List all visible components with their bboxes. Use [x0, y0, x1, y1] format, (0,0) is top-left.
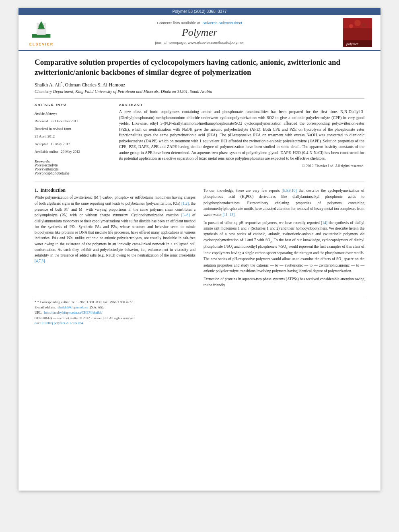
ref-11-13[interactable]: [11–13]: [222, 213, 234, 217]
email-name: (S.A. Ali).: [90, 305, 104, 309]
body-section: 1. Introduction While polymerization of …: [35, 188, 364, 290]
svg-text:polymer: polymer: [346, 42, 358, 46]
online-date: 29 May 2012: [60, 150, 80, 154]
ref-3-6[interactable]: [3–6]: [181, 213, 190, 217]
cover-svg: polymer: [343, 18, 372, 47]
footer-corresponding: * * Corresponding author. Tel.: +966 3 8…: [35, 300, 364, 305]
revised-date-row: 25 April 2012: [35, 132, 111, 139]
section1-title: Introduction: [40, 188, 65, 193]
ref-14[interactable]: [14]: [321, 221, 327, 225]
issn-line: 0032-3861/$ — see front matter © 2012 El…: [35, 316, 364, 320]
section1-body-right: To our knowledge, there are very few rep…: [204, 188, 364, 288]
footer-section: * * Corresponding author. Tel.: +966 3 8…: [35, 297, 364, 325]
top-banner: Polymer 53 (2012) 3368–3377: [19, 8, 380, 15]
sciverse-line: Contents lists available at SciVerse Sci…: [157, 21, 242, 25]
doi-link[interactable]: doi:10.1016/j.polymer.2012.05.034: [35, 321, 83, 325]
body-left-column: 1. Introduction While polymerization of …: [35, 188, 195, 290]
authors-line: Shaikh A. Ali*, Othman Charles S. Al-Ham…: [35, 81, 364, 88]
main-content: Comparative solution properties of cyclo…: [19, 51, 380, 333]
article-title: Comparative solution properties of cyclo…: [35, 58, 364, 77]
intro-para1: While polymerization of zwitterionic (M±…: [35, 194, 195, 264]
corresponding-note: * Corresponding author. Tel.: +966 3 860…: [37, 300, 134, 304]
email-label: E-mail address:: [35, 305, 56, 309]
history-label: Article history:: [35, 111, 57, 115]
footer-email: E-mail address: shaikh@kfupm.edu.sa (S.A…: [35, 305, 364, 310]
doi-line: doi:10.1016/j.polymer.2012.05.034: [35, 321, 364, 325]
online-row: Available online 29 May 2012: [35, 147, 111, 154]
banner-text: Polymer 53 (2012) 3368–3377: [172, 9, 226, 14]
footnote-star: *: [35, 300, 37, 304]
journal-header: ELSEVIER Contents lists available at Sci…: [19, 15, 380, 51]
journal-homepage: journal homepage: www.elsevier.com/locat…: [155, 40, 244, 45]
page: Polymer 53 (2012) 3368–3377: [19, 8, 380, 491]
abstract-heading: Abstract: [119, 103, 364, 107]
intro-para3: In pursuit of tailoring pH-responsive po…: [204, 220, 364, 274]
intro-para4: Extraction of proteins in aqueous-two ph…: [204, 276, 364, 288]
divider-2: [35, 181, 364, 181]
url-link[interactable]: http://faculty.kfupm.edu.sa/CHEM/shaikh/: [44, 310, 103, 314]
journal-cover-area: polymer: [339, 18, 376, 47]
journal-center: Contents lists available at SciVerse Sci…: [64, 18, 335, 47]
article-info-heading: Article Info: [35, 103, 111, 107]
footer-url: URL: http://faculty.kfupm.edu.sa/CHEM/sh…: [35, 310, 364, 315]
copyright-line: © 2012 Elsevier Ltd. All rights reserved…: [119, 164, 364, 168]
journal-name: Polymer: [182, 27, 217, 39]
revised-row: Received in revised form: [35, 124, 111, 131]
keyword-1: Polyelectrolyte: [35, 163, 111, 167]
issn-text: 0032-3861/$ — see front matter © 2012 El…: [35, 316, 135, 320]
intro-para2: To our knowledge, there are very few rep…: [204, 188, 364, 217]
keywords-block: Keywords: Polyelectrolyte Polyzwitterion…: [35, 159, 111, 175]
accepted-row: Accepted 19 May 2012: [35, 140, 111, 147]
accepted-date: 19 May 2012: [50, 142, 70, 146]
polymer-cover-image: polymer: [343, 18, 372, 47]
svg-point-13: [362, 23, 366, 28]
elsevier-logo-area: ELSEVIER: [23, 18, 60, 47]
keyword-3: Polyphosphonobetaine: [35, 171, 111, 175]
body-right-column: To our knowledge, there are very few rep…: [204, 188, 364, 290]
sciverse-prefix: Contents lists available at: [157, 21, 200, 25]
info-abstract-section: Article Info Article history: Received 2…: [35, 103, 364, 175]
elsevier-logo: ELSEVIER: [29, 19, 54, 46]
received-date: 25 December 2011: [49, 119, 78, 123]
phase-word: phase: [263, 277, 271, 281]
ref-5-6-9-10[interactable]: [5,6,9,10]: [282, 189, 296, 193]
email-address[interactable]: shaikh@kfupm.edu.sa: [58, 305, 88, 309]
divider-1: [35, 99, 364, 99]
url-label: URL:: [35, 310, 42, 314]
affiliation: Chemistry Department, King Fahd Universi…: [35, 89, 364, 94]
keywords-label: Keywords:: [35, 159, 111, 163]
revised-label: Received in revised form: [35, 127, 71, 131]
authors-text: Shaikh A. Ali*, Othman Charles S. Al-Ham…: [35, 82, 125, 88]
ref-4-7-8[interactable]: [4,7,8]: [35, 259, 45, 263]
keyword-2: Polyzwitterions: [35, 167, 111, 171]
abstract-text: A new class of ionic copolymers containi…: [119, 109, 364, 162]
section1-number: 1.: [35, 188, 38, 193]
elsevier-tree-icon: [30, 19, 52, 41]
section1-body: While polymerization of zwitterionic (M±…: [35, 194, 195, 264]
history-label-row: Article history:: [35, 109, 111, 116]
received-label: Received: [35, 119, 48, 123]
revised-date: 25 April 2012: [35, 134, 55, 138]
svg-point-11: [354, 20, 361, 26]
accepted-label: Accepted: [35, 142, 48, 146]
abstract-paragraph: A new class of ionic copolymers containi…: [119, 109, 364, 162]
online-label: Available online: [35, 150, 58, 154]
svg-point-12: [349, 24, 353, 28]
sciverse-link[interactable]: SciVerse ScienceDirect: [202, 21, 242, 25]
section1-heading: 1. Introduction: [35, 188, 195, 193]
elsevier-brand-text: ELSEVIER: [29, 42, 54, 46]
ref-1-2[interactable]: [1,2]: [181, 201, 189, 205]
article-info-column: Article Info Article history: Received 2…: [35, 103, 111, 175]
abstract-column: Abstract A new class of ionic copolymers…: [119, 103, 364, 175]
article-history: Article history: Received 25 December 20…: [35, 109, 111, 154]
received-row: Received 25 December 2011: [35, 117, 111, 124]
